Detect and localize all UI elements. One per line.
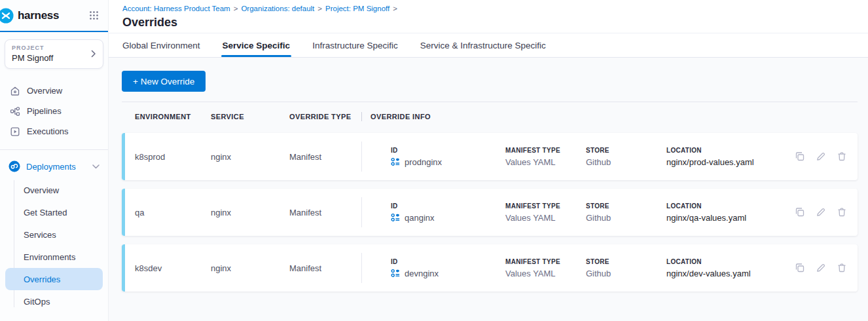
page-title: Overrides: [122, 16, 858, 29]
submenu-item-gitops[interactable]: GitOps: [5, 290, 103, 312]
brand[interactable]: harness: [0, 0, 108, 32]
breadcrumb-account[interactable]: Account: Harness Product Team: [122, 5, 230, 12]
sidebar: harness PROJECT PM Signoff Over: [0, 0, 109, 321]
id-label: ID: [391, 202, 505, 210]
executions-icon: [10, 126, 20, 137]
edit-button[interactable]: [816, 263, 826, 273]
manifest-type-label: MANIFEST TYPE: [505, 147, 586, 154]
edit-button[interactable]: [816, 207, 826, 217]
submenu-item-overrides[interactable]: Overrides: [5, 268, 103, 290]
deployments-module-icon: [9, 160, 20, 172]
deployments-submenu: Overview Get Started Services Environmen…: [0, 179, 108, 312]
cell-service: nginx: [211, 208, 289, 217]
submenu-item-label: Overview: [24, 185, 59, 195]
column-header-service: SERVICE: [211, 113, 289, 121]
edit-button[interactable]: [816, 151, 826, 162]
delete-button[interactable]: [837, 151, 847, 162]
column-header-environment: ENVIRONMENT: [135, 113, 211, 121]
breadcrumb: Account: Harness Product Team > Organiza…: [122, 5, 858, 12]
manifest-type-value: Values YAML: [505, 157, 586, 167]
delete-button[interactable]: [837, 207, 847, 217]
cell-id: ID prodnginx: [362, 147, 505, 167]
tab-label: Service Specific: [223, 41, 291, 50]
cell-override-type: Manifest: [289, 263, 361, 273]
delete-button[interactable]: [837, 263, 847, 273]
sidebar-item-executions[interactable]: Executions: [0, 121, 108, 142]
submenu-item-label: Services: [24, 230, 56, 240]
main-area: Account: Harness Product Team > Organiza…: [109, 0, 868, 321]
breadcrumb-separator: >: [234, 5, 238, 12]
cell-environment: qa: [135, 208, 211, 217]
submenu-item-label: GitOps: [24, 297, 50, 307]
submenu-item-overview[interactable]: Overview: [5, 179, 103, 201]
clone-button[interactable]: [795, 207, 805, 217]
row-actions: [795, 263, 847, 273]
brand-name: harness: [18, 9, 59, 22]
column-header-override-type: OVERRIDE TYPE: [289, 113, 361, 121]
submenu-item-get-started[interactable]: Get Started: [5, 201, 103, 223]
cell-location: LOCATION nginx/prod-values.yaml: [666, 147, 776, 167]
breadcrumb-project[interactable]: Project: PM Signoff: [325, 5, 389, 12]
row-actions: [795, 151, 847, 162]
manifest-type-label: MANIFEST TYPE: [505, 258, 586, 265]
submenu-item-services[interactable]: Services: [5, 223, 103, 246]
tab-label: Service & Infrastructure Specific: [420, 41, 546, 50]
tab-infrastructure-specific[interactable]: Infrastructure Specific: [312, 33, 398, 57]
tab-global-environment[interactable]: Global Environment: [122, 33, 200, 57]
row-actions: [795, 207, 847, 217]
sidebar-item-pipelines[interactable]: Pipelines: [0, 101, 108, 121]
table-header: ENVIRONMENT SERVICE OVERRIDE TYPE OVERRI…: [122, 109, 858, 124]
override-row[interactable]: qa nginx Manifest ID qanginx: [122, 189, 858, 236]
store-label: STORE: [586, 258, 666, 265]
store-value: Github: [586, 157, 666, 167]
project-selector[interactable]: PROJECT PM Signoff: [5, 39, 103, 69]
id-icon: [391, 213, 400, 222]
submenu-item-label: Get Started: [24, 208, 67, 217]
store-label: STORE: [586, 202, 666, 210]
cell-location: LOCATION nginx/qa-values.yaml: [666, 202, 776, 223]
cell-override-type: Manifest: [289, 152, 361, 162]
manifest-type-value: Values YAML: [505, 213, 586, 223]
manifest-type-value: Values YAML: [505, 269, 586, 278]
cell-id: ID qanginx: [362, 202, 505, 223]
sidebar-item-deployments[interactable]: Deployments: [0, 155, 108, 178]
project-label: PROJECT: [12, 45, 91, 51]
content-area: + New Override ENVIRONMENT SERVICE OVERR…: [109, 58, 868, 321]
column-header-override-info: OVERRIDE INFO: [362, 113, 431, 121]
sidebar-item-overview[interactable]: Overview: [0, 81, 108, 101]
override-row[interactable]: k8sdev nginx Manifest ID devnginx: [122, 244, 858, 292]
location-label: LOCATION: [666, 202, 776, 210]
clone-button[interactable]: [795, 263, 805, 273]
id-label: ID: [391, 147, 505, 154]
id-icon: [391, 157, 400, 166]
manifest-type-label: MANIFEST TYPE: [505, 202, 586, 210]
id-label: ID: [391, 258, 505, 265]
pipelines-icon: [10, 106, 20, 117]
new-override-button[interactable]: + New Override: [122, 71, 206, 92]
submenu-item-label: Overrides: [24, 274, 60, 284]
home-icon: [10, 86, 20, 96]
tab-label: Global Environment: [122, 41, 200, 50]
sidebar-divider: [0, 149, 108, 150]
breadcrumb-separator: >: [317, 5, 322, 12]
cell-store: STORE Github: [586, 202, 666, 223]
location-value: nginx/prod-values.yaml: [666, 157, 776, 167]
project-name: PM Signoff: [12, 53, 91, 63]
location-value: nginx/qa-values.yaml: [666, 213, 776, 223]
clone-button[interactable]: [795, 151, 805, 162]
sidebar-item-label: Deployments: [26, 162, 76, 172]
id-value: devnginx: [405, 269, 439, 278]
cell-service: nginx: [211, 152, 289, 162]
cell-service: nginx: [211, 263, 289, 273]
tab-service-and-infrastructure-specific[interactable]: Service & Infrastructure Specific: [420, 33, 546, 57]
submenu-item-environments[interactable]: Environments: [5, 246, 103, 268]
tab-service-specific[interactable]: Service Specific: [223, 33, 291, 57]
location-label: LOCATION: [666, 258, 776, 265]
submenu-item-label: Environments: [24, 252, 75, 262]
id-value: prodnginx: [405, 157, 442, 167]
breadcrumb-organization[interactable]: Organizations: default: [241, 5, 314, 12]
apps-grid-icon[interactable]: [88, 9, 100, 22]
id-icon: [391, 269, 400, 278]
override-row[interactable]: k8sprod nginx Manifest ID prodnginx: [122, 133, 858, 180]
location-value: nginx/dev-values.yaml: [666, 269, 776, 278]
